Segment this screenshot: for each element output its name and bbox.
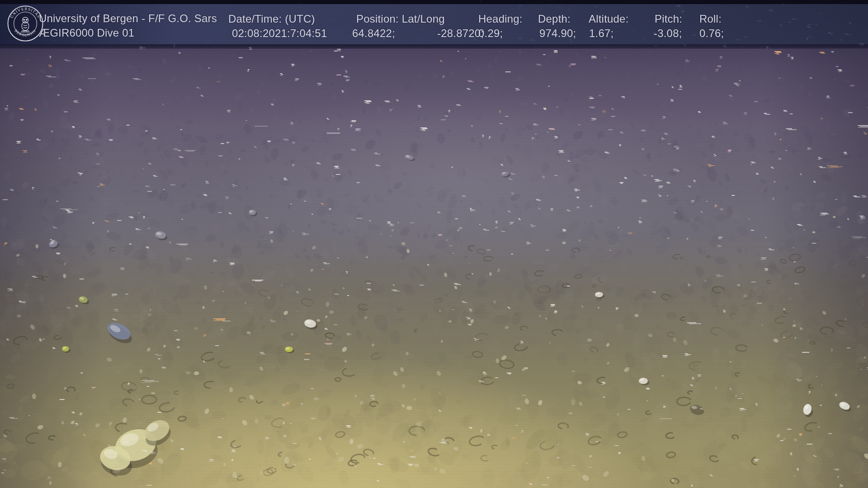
roll-label: Roll:: [699, 12, 722, 26]
altitude-label: Altitude:: [589, 12, 629, 26]
org-block: University of Bergen - F/F G.O. Sars ÆGI…: [39, 11, 217, 40]
depth-value: 974.90;: [539, 27, 576, 40]
datetime-value: 02:08:2021:7:04:51: [232, 27, 327, 40]
pitch-value: -3.08;: [654, 27, 682, 40]
heading-value: 0.29;: [478, 27, 503, 40]
dive-name: ÆGIR6000 Dive 01: [39, 26, 217, 40]
telemetry-overlay-bar: UNIVERSITAS BERGENSIS: [0, 0, 868, 48]
heading-label: Heading:: [478, 12, 523, 26]
rov-video-frame: UNIVERSITAS BERGENSIS: [0, 0, 868, 488]
university-of-bergen-seal-logo: UNIVERSITAS BERGENSIS: [7, 5, 44, 42]
datetime-label: Date/Time: (UTC): [228, 12, 315, 26]
seafloor-texture-and-marine-snow-canvas: [0, 0, 868, 488]
org-name: University of Bergen - F/F G.O. Sars: [39, 11, 217, 26]
bar-top-edge: [0, 0, 868, 4]
roll-value: 0.76;: [699, 27, 724, 40]
position-lat-value: 64.8422;: [352, 27, 395, 40]
pitch-label: Pitch:: [655, 12, 682, 26]
university-seal-icon: UNIVERSITAS BERGENSIS: [7, 5, 44, 42]
bar-bottom-edge: [0, 44, 868, 49]
position-label: Position: Lat/Long: [356, 12, 445, 26]
position-long-value: -28.8720;: [437, 27, 484, 40]
altitude-value: 1.67;: [589, 27, 613, 40]
depth-label: Depth:: [538, 12, 571, 26]
